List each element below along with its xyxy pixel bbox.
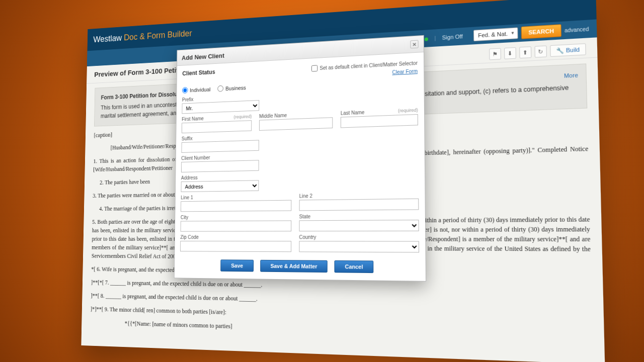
save-button[interactable]: Save — [220, 259, 254, 272]
country-select[interactable] — [299, 241, 419, 252]
zip-label: Zip Code — [180, 234, 291, 240]
line1-label: Line 1 — [181, 194, 291, 201]
default-client-input[interactable] — [311, 65, 317, 71]
client-status-heading: Client Status — [182, 68, 215, 77]
country-label: Country — [299, 234, 419, 240]
line2-input[interactable] — [299, 199, 419, 211]
close-icon[interactable]: ✕ — [410, 40, 418, 49]
state-select[interactable] — [299, 220, 419, 231]
prefix-select[interactable]: Mr. — [182, 100, 259, 114]
client-number-input[interactable] — [181, 160, 259, 172]
cancel-button[interactable]: Cancel — [335, 260, 374, 273]
city-input[interactable] — [181, 220, 292, 231]
add-client-modal: Add New Client ✕ Client Status Set as de… — [174, 35, 426, 282]
address-label: Address — [181, 174, 259, 181]
clear-form-link[interactable]: Clear Form — [392, 68, 418, 75]
address-type-select[interactable]: Address — [181, 180, 259, 192]
app-window: Westlaw Doc & Form Builder CES| Client/M… — [81, 0, 605, 362]
radio-individual[interactable]: Individual — [182, 86, 211, 94]
line2-label: Line 2 — [299, 192, 419, 199]
middle-name-input[interactable] — [259, 117, 333, 131]
radio-business[interactable]: Business — [218, 84, 246, 92]
modal-title: Add New Client — [182, 52, 224, 61]
line1-input[interactable] — [181, 200, 291, 212]
save-add-matter-button[interactable]: Save & Add Matter — [261, 260, 328, 273]
first-name-input[interactable] — [182, 120, 252, 133]
zip-input[interactable] — [180, 241, 291, 252]
suffix-input[interactable] — [181, 140, 259, 153]
last-name-input[interactable] — [341, 114, 418, 128]
modal-overlay: Add New Client ✕ Client Status Set as de… — [81, 0, 605, 362]
state-label: State — [299, 213, 419, 220]
city-label: City — [181, 214, 291, 220]
